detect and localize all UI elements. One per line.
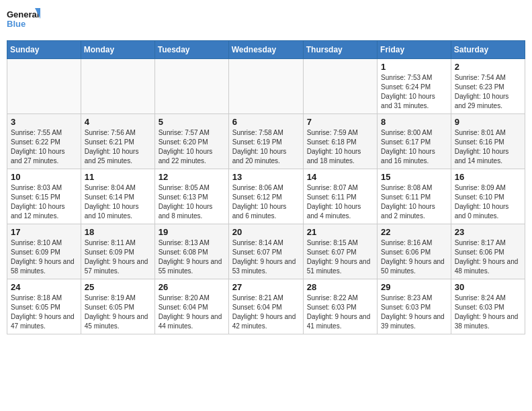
- calendar-cell: 8Sunrise: 8:00 AM Sunset: 6:17 PM Daylig…: [378, 114, 451, 169]
- day-info: Sunrise: 8:01 AM Sunset: 6:16 PM Dayligh…: [455, 128, 521, 166]
- week-row-1: 3Sunrise: 7:55 AM Sunset: 6:22 PM Daylig…: [7, 114, 525, 169]
- day-number: 17: [11, 227, 77, 237]
- week-row-2: 10Sunrise: 8:03 AM Sunset: 6:15 PM Dayli…: [7, 169, 525, 224]
- weekday-header-wednesday: Wednesday: [228, 41, 303, 59]
- day-number: 9: [455, 117, 521, 127]
- calendar-cell: 11Sunrise: 8:04 AM Sunset: 6:14 PM Dayli…: [81, 169, 154, 224]
- calendar-cell: 4Sunrise: 7:56 AM Sunset: 6:21 PM Daylig…: [81, 114, 154, 169]
- calendar-cell: 2Sunrise: 7:54 AM Sunset: 6:23 PM Daylig…: [451, 59, 525, 114]
- svg-text:General: General: [7, 9, 39, 19]
- calendar-cell: 14Sunrise: 8:07 AM Sunset: 6:11 PM Dayli…: [303, 169, 377, 224]
- calendar-cell: [228, 59, 303, 114]
- calendar-cell: 30Sunrise: 8:24 AM Sunset: 6:03 PM Dayli…: [451, 279, 525, 334]
- calendar-cell: 5Sunrise: 7:57 AM Sunset: 6:20 PM Daylig…: [154, 114, 228, 169]
- calendar-cell: [7, 59, 81, 114]
- calendar-cell: 1Sunrise: 7:53 AM Sunset: 6:24 PM Daylig…: [378, 59, 451, 114]
- day-info: Sunrise: 8:04 AM Sunset: 6:14 PM Dayligh…: [85, 183, 151, 221]
- calendar-cell: 22Sunrise: 8:16 AM Sunset: 6:06 PM Dayli…: [378, 224, 451, 279]
- day-info: Sunrise: 8:15 AM Sunset: 6:07 PM Dayligh…: [307, 238, 373, 276]
- day-number: 11: [85, 172, 151, 182]
- day-info: Sunrise: 8:14 AM Sunset: 6:07 PM Dayligh…: [232, 238, 300, 276]
- calendar-cell: 29Sunrise: 8:23 AM Sunset: 6:03 PM Dayli…: [378, 279, 451, 334]
- day-number: 3: [11, 117, 77, 127]
- calendar-table: SundayMondayTuesdayWednesdayThursdayFrid…: [7, 40, 525, 334]
- calendar-cell: 18Sunrise: 8:11 AM Sunset: 6:09 PM Dayli…: [81, 224, 154, 279]
- day-info: Sunrise: 8:20 AM Sunset: 6:04 PM Dayligh…: [159, 293, 225, 331]
- calendar-cell: 28Sunrise: 8:22 AM Sunset: 6:03 PM Dayli…: [303, 279, 377, 334]
- calendar-cell: 15Sunrise: 8:08 AM Sunset: 6:11 PM Dayli…: [378, 169, 451, 224]
- day-number: 20: [232, 227, 300, 237]
- day-number: 5: [159, 117, 225, 127]
- day-number: 2: [455, 62, 521, 72]
- logo: General Blue: [7, 7, 40, 35]
- day-info: Sunrise: 8:08 AM Sunset: 6:11 PM Dayligh…: [381, 183, 447, 221]
- day-number: 7: [307, 117, 373, 127]
- day-number: 14: [307, 172, 373, 182]
- day-info: Sunrise: 7:54 AM Sunset: 6:23 PM Dayligh…: [455, 73, 521, 111]
- day-number: 22: [381, 227, 447, 237]
- day-info: Sunrise: 8:10 AM Sunset: 6:09 PM Dayligh…: [11, 238, 77, 276]
- calendar-cell: 3Sunrise: 7:55 AM Sunset: 6:22 PM Daylig…: [7, 114, 81, 169]
- day-info: Sunrise: 8:21 AM Sunset: 6:04 PM Dayligh…: [232, 293, 300, 331]
- day-number: 25: [85, 282, 151, 292]
- day-info: Sunrise: 8:13 AM Sunset: 6:08 PM Dayligh…: [159, 238, 225, 276]
- calendar-cell: 27Sunrise: 8:21 AM Sunset: 6:04 PM Dayli…: [228, 279, 303, 334]
- day-number: 30: [455, 282, 521, 292]
- weekday-header-saturday: Saturday: [451, 41, 525, 59]
- week-row-3: 17Sunrise: 8:10 AM Sunset: 6:09 PM Dayli…: [7, 224, 525, 279]
- day-number: 4: [85, 117, 151, 127]
- day-number: 8: [381, 117, 447, 127]
- weekday-header-sunday: Sunday: [7, 41, 81, 59]
- day-number: 19: [159, 227, 225, 237]
- day-info: Sunrise: 8:24 AM Sunset: 6:03 PM Dayligh…: [455, 293, 521, 331]
- day-number: 13: [232, 172, 300, 182]
- calendar-cell: 21Sunrise: 8:15 AM Sunset: 6:07 PM Dayli…: [303, 224, 377, 279]
- day-number: 18: [85, 227, 151, 237]
- day-number: 1: [381, 62, 447, 72]
- day-info: Sunrise: 7:57 AM Sunset: 6:20 PM Dayligh…: [159, 128, 225, 166]
- calendar-cell: 13Sunrise: 8:06 AM Sunset: 6:12 PM Dayli…: [228, 169, 303, 224]
- day-info: Sunrise: 8:23 AM Sunset: 6:03 PM Dayligh…: [381, 293, 447, 331]
- week-row-4: 24Sunrise: 8:18 AM Sunset: 6:05 PM Dayli…: [7, 279, 525, 334]
- day-number: 10: [11, 172, 77, 182]
- day-number: 27: [232, 282, 300, 292]
- calendar-cell: [154, 59, 228, 114]
- day-info: Sunrise: 7:56 AM Sunset: 6:21 PM Dayligh…: [85, 128, 151, 166]
- day-number: 6: [232, 117, 300, 127]
- calendar-cell: 7Sunrise: 7:59 AM Sunset: 6:18 PM Daylig…: [303, 114, 377, 169]
- calendar-cell: 17Sunrise: 8:10 AM Sunset: 6:09 PM Dayli…: [7, 224, 81, 279]
- day-info: Sunrise: 7:53 AM Sunset: 6:24 PM Dayligh…: [381, 73, 447, 111]
- day-info: Sunrise: 8:06 AM Sunset: 6:12 PM Dayligh…: [232, 183, 300, 221]
- day-info: Sunrise: 8:17 AM Sunset: 6:06 PM Dayligh…: [455, 238, 521, 276]
- logo-svg: General Blue: [7, 7, 40, 35]
- weekday-header-row: SundayMondayTuesdayWednesdayThursdayFrid…: [7, 41, 525, 59]
- day-info: Sunrise: 8:22 AM Sunset: 6:03 PM Dayligh…: [307, 293, 373, 331]
- calendar-cell: 25Sunrise: 8:19 AM Sunset: 6:05 PM Dayli…: [81, 279, 154, 334]
- calendar-cell: 9Sunrise: 8:01 AM Sunset: 6:16 PM Daylig…: [451, 114, 525, 169]
- day-info: Sunrise: 8:07 AM Sunset: 6:11 PM Dayligh…: [307, 183, 373, 221]
- calendar-cell: 20Sunrise: 8:14 AM Sunset: 6:07 PM Dayli…: [228, 224, 303, 279]
- day-info: Sunrise: 8:03 AM Sunset: 6:15 PM Dayligh…: [11, 183, 77, 221]
- day-info: Sunrise: 8:16 AM Sunset: 6:06 PM Dayligh…: [381, 238, 447, 276]
- day-info: Sunrise: 7:59 AM Sunset: 6:18 PM Dayligh…: [307, 128, 373, 166]
- day-info: Sunrise: 8:11 AM Sunset: 6:09 PM Dayligh…: [85, 238, 151, 276]
- day-info: Sunrise: 7:58 AM Sunset: 6:19 PM Dayligh…: [232, 128, 300, 166]
- calendar-cell: 26Sunrise: 8:20 AM Sunset: 6:04 PM Dayli…: [154, 279, 228, 334]
- day-info: Sunrise: 8:19 AM Sunset: 6:05 PM Dayligh…: [85, 293, 151, 331]
- day-info: Sunrise: 8:00 AM Sunset: 6:17 PM Dayligh…: [381, 128, 447, 166]
- calendar-cell: 16Sunrise: 8:09 AM Sunset: 6:10 PM Dayli…: [451, 169, 525, 224]
- week-row-0: 1Sunrise: 7:53 AM Sunset: 6:24 PM Daylig…: [7, 59, 525, 114]
- calendar-cell: 10Sunrise: 8:03 AM Sunset: 6:15 PM Dayli…: [7, 169, 81, 224]
- day-info: Sunrise: 7:55 AM Sunset: 6:22 PM Dayligh…: [11, 128, 77, 166]
- calendar-cell: 19Sunrise: 8:13 AM Sunset: 6:08 PM Dayli…: [154, 224, 228, 279]
- calendar-cell: 6Sunrise: 7:58 AM Sunset: 6:19 PM Daylig…: [228, 114, 303, 169]
- day-number: 29: [381, 282, 447, 292]
- day-info: Sunrise: 8:05 AM Sunset: 6:13 PM Dayligh…: [159, 183, 225, 221]
- calendar-cell: 24Sunrise: 8:18 AM Sunset: 6:05 PM Dayli…: [7, 279, 81, 334]
- day-number: 24: [11, 282, 77, 292]
- calendar-cell: 23Sunrise: 8:17 AM Sunset: 6:06 PM Dayli…: [451, 224, 525, 279]
- calendar-cell: 12Sunrise: 8:05 AM Sunset: 6:13 PM Dayli…: [154, 169, 228, 224]
- day-number: 21: [307, 227, 373, 237]
- day-info: Sunrise: 8:18 AM Sunset: 6:05 PM Dayligh…: [11, 293, 77, 331]
- calendar-cell: [303, 59, 377, 114]
